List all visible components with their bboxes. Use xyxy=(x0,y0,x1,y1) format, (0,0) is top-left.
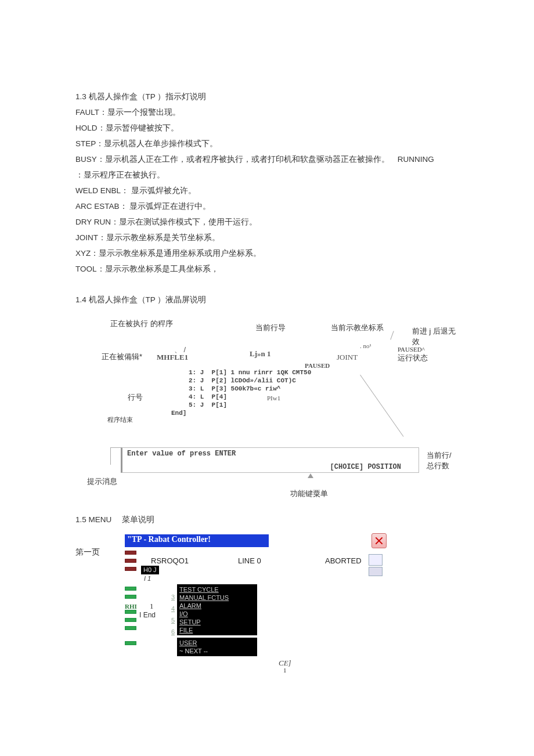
menu-item[interactable]: SETUP xyxy=(179,618,255,626)
led-icon xyxy=(125,551,136,555)
led-joint: JOINT：显示示教坐标系是关节坐标系。 xyxy=(75,230,459,245)
menu-num: 5 xyxy=(171,617,175,624)
section-1-5-title-left: 1.5 MENU xyxy=(75,512,111,527)
code-line-3: 3: L P[3] 5O0k7b«c riw^ xyxy=(189,385,280,392)
menu-list[interactable]: TEST CYCLE MANUAL FCTUS ALARM I/O SETUP … xyxy=(177,584,257,635)
led-weld-enbl: WELD ENBL： 显示弧焊被允许。 xyxy=(75,183,459,198)
label-rhi: RHI xyxy=(125,603,137,610)
window-titlebar: "TP - Rabat Controller! xyxy=(125,534,269,547)
led-fault: FAULT：显示一个报警出现。 xyxy=(75,104,459,120)
code-line-1: 1: J P[1] 1 nnu rinrr 1QK CMT50 xyxy=(189,369,311,376)
led-arc-estab: ARC ESTAB： 显示弧焊正在进行中。 xyxy=(75,198,459,214)
code-line-4: 4: L P[4] xyxy=(189,393,227,400)
led-hold: HOLD：显示暂停键被按下。 xyxy=(75,120,459,136)
lcd-diagram: 正在被执行 的稈序 当前行导 当前示教坐标系 前进 j 后退无效 、 / . n… xyxy=(75,317,459,502)
label-line-no: 行号 xyxy=(128,392,143,403)
section-1-3-title: 1.3 机器人操作盒（TP ）指示灯说明 xyxy=(75,89,459,104)
label-paused-caret: PAUSED^ xyxy=(398,346,425,353)
led-icon xyxy=(125,587,136,591)
section-1-4-title: 1.4 机器人操作盒（TP ）液晶屏说明 xyxy=(75,292,459,308)
label-cur-coord: 当前示教坐标系 xyxy=(331,323,384,333)
close-icon[interactable] xyxy=(371,533,387,548)
led-icon xyxy=(125,610,136,614)
led-icon xyxy=(125,641,136,645)
label-paused: PAUSED xyxy=(305,362,330,369)
label-ljn: Lj»n 1 xyxy=(250,349,270,359)
code-line-end: End] xyxy=(171,410,186,417)
code-line-5: 5: J P[1] xyxy=(189,401,227,408)
menu-user[interactable]: USER xyxy=(179,639,255,647)
label-exec-prog: 正在被执行 的稈序 xyxy=(110,319,180,329)
label-hint-msg: 提示消息 xyxy=(87,476,117,487)
label-one: 1 xyxy=(150,602,154,611)
led-icon xyxy=(125,626,136,630)
label-func-menu: 功能键粟单 xyxy=(290,489,328,499)
label-cur-total: 当前行/总行数 xyxy=(427,450,459,471)
led-icon xyxy=(125,559,136,563)
menu-item[interactable]: MANUAL FCTUS xyxy=(179,594,255,602)
prompt-box: Enter value of press ENTER [CHOICE] POSI… xyxy=(121,447,419,473)
label-fwd-back: 前进 j 后退无效 xyxy=(412,326,459,347)
led-step: STEP：显示机器人在单步操作模式下。 xyxy=(75,136,459,151)
menu-item[interactable]: ALARM xyxy=(179,602,255,610)
led-dry-run: DRY RUN：显示在测试操作模式下，使用干运行。 xyxy=(75,214,459,230)
status-line: LINE 0 xyxy=(238,556,261,565)
section-1-5-title-right: 菜单说明 xyxy=(122,512,154,527)
led-busy: BUSY：显示机器人正在工作，或者程序被执行，或者打印机和软盘驱动器正在被操作。… xyxy=(75,151,459,167)
arrow-up-icon xyxy=(308,473,313,478)
choice-text: [CHOICE] POSITION xyxy=(330,463,401,471)
menu-item[interactable]: TEST CYCLE xyxy=(179,585,255,594)
menu-item[interactable]: I/O xyxy=(179,610,255,618)
led-tool: TOOL：显示示教坐标系是工具坐标系， xyxy=(75,261,459,277)
menu-num: 4 xyxy=(171,605,175,612)
label-mhfle1: MHFLE1 xyxy=(157,353,188,362)
led-icon xyxy=(125,618,136,622)
page-number: 1 xyxy=(283,667,287,674)
prompt-text: Enter value of press ENTER xyxy=(122,448,418,460)
label-prog-end: 程序结束 xyxy=(107,415,133,424)
label-iend: I End xyxy=(139,611,156,619)
label-run-state: 运行状态 xyxy=(398,353,428,363)
status-prog: RSROQO1 xyxy=(151,556,189,565)
label-joint: JOINT xyxy=(337,353,358,362)
menu-num: 3 xyxy=(171,594,175,601)
led-xyz: XYZ：显示示教坐标系是通用坐标系或用户坐标系。 xyxy=(75,245,459,261)
label-cur-line-nav: 当前行导 xyxy=(255,323,286,333)
led-icon xyxy=(125,567,136,571)
code-piw: PIw1 xyxy=(267,395,280,401)
menu-tail[interactable]: USER ~ NEXT -- xyxy=(177,638,257,656)
led-icon xyxy=(125,595,136,599)
label-page-1: 第一页 xyxy=(75,547,100,558)
code-line-2: 2: J P[2] lCDOd»/alii COT)C xyxy=(189,377,296,384)
menu-next[interactable]: ~ NEXT -- xyxy=(179,647,255,655)
label-no: . no¹ xyxy=(360,342,371,349)
menu-screenshot: 第一页 "TP - Rabat Controller! RSROQO1 LINE… xyxy=(75,534,459,708)
small-box-2: I 1 xyxy=(144,575,151,582)
small-box-1: H0 J xyxy=(141,566,159,574)
menu-item[interactable]: FILE xyxy=(179,626,255,634)
label-editing: 正在被備辑* xyxy=(102,352,142,362)
status-state: ABORTED xyxy=(325,556,362,565)
led-running: ：显示程序正在被执行。 xyxy=(75,167,459,183)
menu-num: 6 xyxy=(171,628,175,635)
